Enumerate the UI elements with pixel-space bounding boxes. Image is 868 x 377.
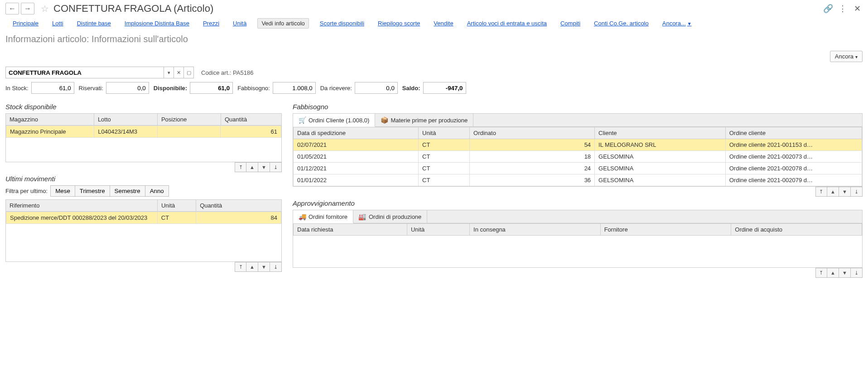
saldo-field[interactable] <box>423 82 466 94</box>
fab-pager-down[interactable]: ▼ <box>839 187 851 197</box>
da-ricevere-label: Da ricevere: <box>320 85 352 92</box>
article-name-input[interactable] <box>5 67 164 78</box>
saldo-label: Saldo: <box>402 85 420 92</box>
approv-title: Approvvigionamento <box>293 199 863 207</box>
in-stock-label: In Stock: <box>5 85 29 92</box>
fab-row[interactable]: 01/05/2021 CT 18 GELSOMINA Ordine client… <box>294 151 862 163</box>
fab-row[interactable]: 01/01/2022 CT 36 GELSOMINA Ordine client… <box>294 174 862 186</box>
fab-col-ordinato[interactable]: Ordinato <box>470 127 595 139</box>
fab-col-cliente[interactable]: Cliente <box>595 127 726 139</box>
approv-col-unita[interactable]: Unità <box>407 224 469 236</box>
kebab-menu-icon[interactable]: ⋮ <box>837 3 848 14</box>
tab-ancora-more[interactable]: Ancora...▼ <box>660 18 694 29</box>
stock-row[interactable]: Magazzino Principale L040423/14M3 61 <box>6 126 281 138</box>
fab-col-data[interactable]: Data di spedizione <box>294 127 419 139</box>
approv-pager-up[interactable]: ▲ <box>827 268 839 278</box>
tab-scorte-disponibili[interactable]: Scorte disponibili <box>317 18 367 29</box>
article-code-label: Codice art.: PA5186 <box>201 69 253 76</box>
subtitle: Informazioni articolo: Informazioni sull… <box>0 32 868 51</box>
tab-unita[interactable]: Unità <box>230 18 249 29</box>
tab-principale[interactable]: Principale <box>10 18 41 29</box>
factory-icon: 🏭 <box>359 213 366 220</box>
fab-tab-materie-prime[interactable]: 📦 Materie prime per produzione <box>375 114 473 126</box>
fab-col-ordine[interactable]: Ordine cliente <box>725 127 862 139</box>
back-button[interactable]: ← <box>5 3 19 14</box>
tab-prezzi[interactable]: Prezzi <box>200 18 222 29</box>
article-dropdown-button[interactable]: ▾ <box>164 67 174 78</box>
article-clear-button[interactable]: ✕ <box>174 67 184 78</box>
movimenti-row[interactable]: Spedizione merce/DDT 000288/2023 del 20/… <box>6 212 281 224</box>
approv-col-fornitore[interactable]: Fornitore <box>600 224 731 236</box>
tab-vendite[interactable]: Vendite <box>431 18 456 29</box>
riservati-field[interactable] <box>106 82 149 94</box>
stock-col-posizione[interactable]: Posizione <box>157 114 221 126</box>
tab-voci-entrata-uscita[interactable]: Articolo voci di entrata e uscita <box>464 18 550 29</box>
fabbisogno-label: Fabbisogno: <box>237 85 270 92</box>
mov-pager-first[interactable]: ⤒ <box>235 262 246 272</box>
stock-title: Stock disponibile <box>5 103 282 111</box>
tab-compiti[interactable]: Compiti <box>558 18 583 29</box>
tab-conti-coge[interactable]: Conti Co.Ge. articolo <box>591 18 651 29</box>
stock-pager-first[interactable]: ⤒ <box>235 162 246 172</box>
truck-icon: 🚚 <box>299 213 306 220</box>
in-stock-field[interactable] <box>31 82 74 94</box>
package-icon: 📦 <box>381 116 388 124</box>
mov-col-unita[interactable]: Unità <box>157 200 196 212</box>
fab-pager-up[interactable]: ▲ <box>827 187 839 197</box>
tab-riepilogo-scorte[interactable]: Riepilogo scorte <box>375 18 423 29</box>
chevron-down-icon: ▾ <box>855 54 858 59</box>
page-title: CONFETTURA FRAGOLA (Articolo) <box>53 3 213 14</box>
approv-col-consegna[interactable]: In consegna <box>470 224 601 236</box>
approv-tab-ordini-fornitore[interactable]: 🚚 Ordini fornitore <box>293 210 353 223</box>
mov-col-quantita[interactable]: Quantità <box>196 200 282 212</box>
stock-col-magazzino[interactable]: Magazzino <box>6 114 94 126</box>
fab-pager-last[interactable]: ⤓ <box>851 187 863 197</box>
favorite-star-icon[interactable]: ☆ <box>39 3 51 14</box>
approv-col-data[interactable]: Data richiesta <box>294 224 407 236</box>
approv-col-ordine[interactable]: Ordine di acquisto <box>731 224 862 236</box>
stock-col-lotto[interactable]: Lotto <box>94 114 157 126</box>
tab-lotti[interactable]: Lotti <box>49 18 66 29</box>
filter-label: Filtra per ultimo: <box>5 188 48 194</box>
tab-vedi-info-articolo[interactable]: Vedi info articolo <box>257 18 309 29</box>
fab-tab-ordini-cliente[interactable]: 🛒 Ordini Cliente (1.008,0) <box>293 114 375 127</box>
approv-pager-first[interactable]: ⤒ <box>815 268 827 278</box>
filter-anno-button[interactable]: Anno <box>145 185 169 197</box>
stock-col-quantita[interactable]: Quantità <box>221 114 282 126</box>
fab-row[interactable]: 02/07/2021 CT 54 IL MELOGRANO SRL Ordine… <box>294 139 862 151</box>
close-icon[interactable]: ✕ <box>852 3 863 14</box>
disponibile-label: Disponibile: <box>154 85 187 92</box>
filter-trimestre-button[interactable]: Trimestre <box>75 185 110 197</box>
fab-pager-first[interactable]: ⤒ <box>815 187 827 197</box>
fab-row[interactable]: 01/12/2021 CT 24 GELSOMINA Ordine client… <box>294 163 862 174</box>
mov-pager-up[interactable]: ▲ <box>246 262 258 272</box>
ancora-dropdown-button[interactable]: Ancora▾ <box>830 51 863 62</box>
tab-distinte-base[interactable]: Distinte base <box>74 18 114 29</box>
fabbisogno-field[interactable] <box>273 82 316 94</box>
da-ricevere-field[interactable] <box>355 82 398 94</box>
stock-pager-down[interactable]: ▼ <box>258 162 270 172</box>
disponibile-field[interactable] <box>190 82 233 94</box>
cart-icon: 🛒 <box>299 116 306 124</box>
stock-pager-last[interactable]: ⤓ <box>270 162 282 172</box>
fabbisogno-title: Fabbisogno <box>293 103 863 111</box>
movimenti-title: Ultimi movimenti <box>5 175 282 183</box>
stock-pager-up[interactable]: ▲ <box>246 162 258 172</box>
chevron-down-icon: ▼ <box>687 21 692 26</box>
approv-pager-last[interactable]: ⤓ <box>851 268 863 278</box>
filter-mese-button[interactable]: Mese <box>50 185 75 197</box>
tab-implosione[interactable]: Implosione Distinta Base <box>122 18 192 29</box>
approv-tab-ordini-produzione[interactable]: 🏭 Ordini di produzione <box>353 210 427 223</box>
mov-pager-last[interactable]: ⤓ <box>270 262 282 272</box>
article-open-button[interactable]: ▢ <box>184 67 194 78</box>
filter-semestre-button[interactable]: Semestre <box>110 185 145 197</box>
mov-pager-down[interactable]: ▼ <box>258 262 270 272</box>
riservati-label: Riservati: <box>79 85 103 92</box>
approv-pager-down[interactable]: ▼ <box>839 268 851 278</box>
forward-button[interactable]: → <box>21 3 34 14</box>
fab-col-unita[interactable]: Unità <box>419 127 470 139</box>
link-icon[interactable]: 🔗 <box>823 3 834 14</box>
mov-col-riferimento[interactable]: Riferimento <box>6 200 158 212</box>
